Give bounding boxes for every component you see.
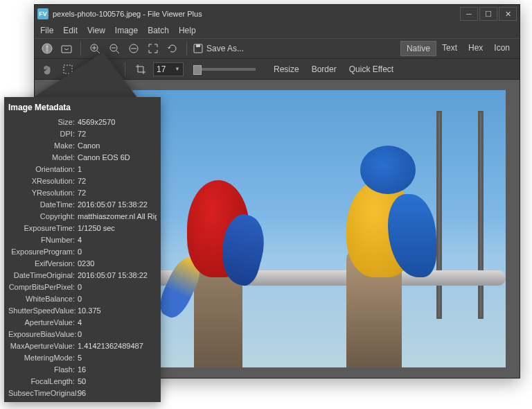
window-title: pexels-photo-100576.jpeg - File Viewer P… xyxy=(53,10,459,18)
metadata-row: DateTimeOriginal:2016:05:07 15:38:22 xyxy=(8,270,157,281)
metadata-row: Size:4569x2570 xyxy=(8,116,157,128)
metadata-row: Flash:16 xyxy=(8,364,157,376)
metadata-row: Orientation:1 xyxy=(8,164,157,175)
border-button[interactable]: Border xyxy=(312,64,337,74)
metadata-key: FNumber: xyxy=(8,234,78,246)
metadata-key: SubsecTimeOriginal: xyxy=(8,388,78,399)
menu-image[interactable]: Image xyxy=(115,26,138,35)
metadata-row: ExposureTime:1/1250 sec xyxy=(8,223,157,234)
viewmode-icon[interactable]: Icon xyxy=(488,41,515,56)
metadata-row: Make:Canon xyxy=(8,140,157,152)
minimize-button[interactable]: ─ xyxy=(460,7,478,21)
menubar: File Edit View Image Batch Help xyxy=(35,23,520,38)
metadata-value: 0 xyxy=(78,329,82,340)
metadata-row: ExifVersion:0230 xyxy=(8,258,157,270)
metadata-value: Canon EOS 6D xyxy=(78,152,130,164)
metadata-key: DateTimeOriginal: xyxy=(8,270,78,281)
metadata-row: ShutterSpeedValue:10.375 xyxy=(8,305,157,317)
close-button[interactable]: ✕ xyxy=(499,7,517,21)
metadata-key: DPI: xyxy=(8,128,78,140)
chevron-down-icon[interactable]: ▼ xyxy=(175,66,180,72)
metadata-value: 4 xyxy=(78,317,82,329)
menu-edit[interactable]: Edit xyxy=(63,26,78,35)
metadata-key: ApertureValue: xyxy=(8,317,78,329)
save-as-label: Save As... xyxy=(206,44,244,53)
metadata-row: ExposureBiasValue:0 xyxy=(8,329,157,340)
resize-button[interactable]: Resize xyxy=(274,64,299,74)
menu-view[interactable]: View xyxy=(87,26,105,35)
title-filename: pexels-photo-100576.jpeg xyxy=(53,10,141,18)
viewmode-hex[interactable]: Hex xyxy=(463,41,488,56)
metadata-row: FNumber:4 xyxy=(8,234,157,246)
metadata-key: ExposureProgram: xyxy=(8,246,78,258)
metadata-key: Copyright: xyxy=(8,211,78,223)
menu-help[interactable]: Help xyxy=(179,26,196,35)
metadata-row: XResolution:72 xyxy=(8,175,157,187)
menu-file[interactable]: File xyxy=(40,26,53,35)
metadata-row: YResolution:72 xyxy=(8,187,157,199)
metadata-row: SubsecTimeOriginal:96 xyxy=(8,388,157,399)
metadata-key: Flash: xyxy=(8,364,78,376)
metadata-key: YResolution: xyxy=(8,187,78,199)
viewmode-text[interactable]: Text xyxy=(436,41,463,56)
metadata-key: Size: xyxy=(8,116,78,128)
metadata-value: 96 xyxy=(78,388,86,399)
svg-rect-13 xyxy=(196,44,200,47)
metadata-value: 2016:05:07 15:38:22 xyxy=(78,270,148,281)
metadata-key: Orientation: xyxy=(8,164,78,175)
separator xyxy=(186,42,187,55)
metadata-row: ExposureProgram:0 xyxy=(8,246,157,258)
viewmode-native[interactable]: Native xyxy=(400,41,436,56)
metadata-value: 16 xyxy=(78,364,86,376)
metadata-value: 4 xyxy=(78,234,82,246)
metadata-row: FocalLength:50 xyxy=(8,376,157,388)
save-as-button[interactable]: Save As... xyxy=(193,43,244,54)
quick-effect-button[interactable]: Quick Effect xyxy=(349,64,393,74)
metadata-value: 5 xyxy=(78,352,82,364)
zoom-slider[interactable] xyxy=(193,68,256,71)
metadata-key: Make: xyxy=(8,140,78,152)
metadata-panel: Image Metadata Size:4569x2570DPI:72Make:… xyxy=(4,97,161,402)
metadata-value: 1/1250 sec xyxy=(78,223,115,234)
metadata-row: ComprBitsPerPixel:0 xyxy=(8,281,157,293)
metadata-row: WhiteBalance:0 xyxy=(8,293,157,305)
metadata-key: MeteringMode: xyxy=(8,352,78,364)
metadata-value: 0 xyxy=(78,246,82,258)
metadata-key: ExposureTime: xyxy=(8,223,78,234)
metadata-value: 10.375 xyxy=(78,305,101,317)
metadata-value: 1 xyxy=(78,164,82,175)
metadata-title: Image Metadata xyxy=(8,103,157,112)
metadata-value: 4569x2570 xyxy=(78,116,115,128)
metadata-value: 1.41421362489487 xyxy=(78,340,143,352)
metadata-value: matthiaszomer.nl All Rights Res xyxy=(78,211,157,223)
metadata-key: FocalLength: xyxy=(8,376,78,388)
metadata-value: 2016:05:07 15:38:22 xyxy=(78,199,148,211)
metadata-row: DateTime:2016:05:07 15:38:22 xyxy=(8,199,157,211)
maximize-button[interactable]: ☐ xyxy=(479,7,497,21)
metadata-key: ComprBitsPerPixel: xyxy=(8,281,78,293)
metadata-row: Copyright:matthiaszomer.nl All Rights Re… xyxy=(8,211,157,223)
title-appname: File Viewer Plus xyxy=(148,10,202,18)
metadata-row: Model:Canon EOS 6D xyxy=(8,152,157,164)
metadata-value: Canon xyxy=(78,140,100,152)
metadata-value: 72 xyxy=(78,187,86,199)
menu-batch[interactable]: Batch xyxy=(148,26,169,35)
svg-text:i: i xyxy=(46,44,48,53)
metadata-row: ApertureValue:4 xyxy=(8,317,157,329)
metadata-row: MeteringMode:5 xyxy=(8,352,157,364)
metadata-row: MaxApertureValue:1.41421362489487 xyxy=(8,340,157,352)
metadata-key: Model: xyxy=(8,152,78,164)
metadata-value: 0 xyxy=(78,293,82,305)
refresh-icon[interactable] xyxy=(164,40,181,57)
metadata-value: 72 xyxy=(78,128,86,140)
app-icon: FV xyxy=(37,8,48,19)
viewmode-switch: Native Text Hex Icon xyxy=(400,41,515,56)
metadata-key: ExifVersion: xyxy=(8,258,78,270)
metadata-key: ShutterSpeedValue: xyxy=(8,305,78,317)
metadata-key: WhiteBalance: xyxy=(8,293,78,305)
metadata-value: 0230 xyxy=(78,258,94,270)
metadata-value: 50 xyxy=(78,376,86,388)
metadata-key: DateTime: xyxy=(8,199,78,211)
metadata-key: MaxApertureValue: xyxy=(8,340,78,352)
titlebar[interactable]: FV pexels-photo-100576.jpeg - File Viewe… xyxy=(35,5,520,23)
